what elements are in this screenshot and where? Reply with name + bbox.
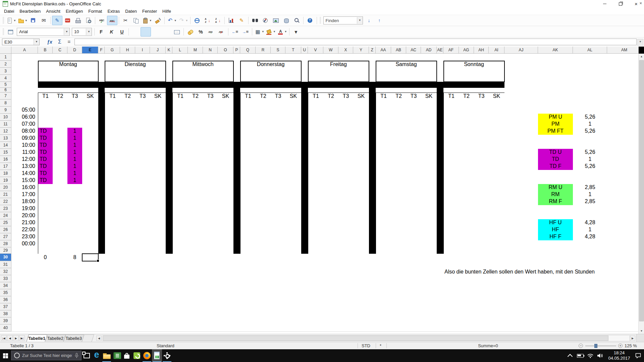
col-header-AG[interactable]: AG [459, 47, 474, 54]
function-button[interactable]: = [65, 38, 73, 46]
cell-R22[interactable] [256, 198, 271, 205]
cell-U25[interactable] [301, 219, 308, 227]
cell-R10[interactable] [256, 114, 271, 121]
cell-AH17[interactable] [474, 163, 489, 170]
cell-AF9[interactable] [443, 107, 459, 114]
cell-AK8[interactable] [538, 100, 573, 107]
cell-Z12[interactable] [369, 128, 376, 135]
cell-E2[interactable] [82, 61, 99, 68]
cell-AI17[interactable] [489, 163, 505, 170]
borders-button[interactable]: ▦▼ [254, 27, 265, 37]
cell-M18[interactable] [188, 170, 203, 177]
cell-AM27[interactable] [607, 233, 638, 241]
align-justified-button[interactable] [161, 27, 172, 37]
cell-U22[interactable] [301, 198, 308, 205]
cell-C32[interactable] [53, 268, 68, 276]
cell-I15[interactable] [135, 149, 150, 156]
cell-J22[interactable] [150, 198, 166, 205]
col-header-AA[interactable]: AA [376, 47, 391, 54]
cell-AG9[interactable] [459, 107, 474, 114]
cell-A33[interactable] [11, 275, 38, 283]
cell-E29[interactable] [82, 247, 99, 254]
cell-M22[interactable] [188, 198, 203, 205]
cell-N5[interactable] [203, 82, 218, 88]
cell-O33[interactable] [218, 275, 234, 283]
cell-W27[interactable] [323, 233, 339, 241]
cell-Q32[interactable] [240, 268, 256, 276]
cell-AA35[interactable] [376, 289, 391, 297]
cell-AA21[interactable] [376, 191, 391, 198]
cell-P11[interactable] [233, 121, 240, 128]
cell-S18[interactable] [271, 170, 286, 177]
cell-AD29[interactable] [421, 247, 437, 254]
cell-U17[interactable] [301, 163, 308, 170]
formula-input[interactable] [74, 39, 637, 45]
cell-J13[interactable] [150, 135, 166, 142]
row-header-21[interactable]: 21 [0, 191, 11, 198]
cell-O20[interactable] [218, 184, 234, 191]
cell-AH9[interactable] [474, 107, 489, 114]
cell-AF8[interactable] [443, 100, 459, 107]
cell-V17[interactable] [308, 163, 324, 170]
cell-Q29[interactable] [240, 247, 256, 254]
cell-M17[interactable] [188, 163, 203, 170]
cell-R27[interactable] [256, 233, 271, 241]
background-color-dropdown-icon[interactable]: ▼ [273, 30, 276, 33]
cell-W20[interactable] [323, 184, 339, 191]
cell-V4[interactable] [308, 75, 324, 82]
cell-A28[interactable]: 00:00 [11, 240, 38, 248]
menu-hilfe[interactable]: Hilfe [160, 8, 174, 14]
cell-B30[interactable]: 0 [38, 254, 53, 261]
align-right-button[interactable] [151, 27, 161, 37]
cell-AF26[interactable] [443, 226, 459, 234]
cell-AC19[interactable] [406, 177, 421, 184]
cell-D26[interactable] [67, 226, 83, 234]
cell-AM40[interactable] [607, 324, 638, 332]
cell-T32[interactable] [285, 268, 302, 276]
cell-AI3[interactable] [489, 68, 505, 75]
cell-AF1[interactable] [443, 54, 459, 61]
active-cell-outline[interactable] [82, 253, 99, 261]
cell-AH38[interactable] [474, 310, 489, 318]
cell-O34[interactable] [218, 282, 234, 290]
cell-S20[interactable] [271, 184, 286, 191]
cell-H5[interactable] [120, 82, 136, 88]
cell-M28[interactable] [188, 240, 203, 248]
cell-B36[interactable] [38, 296, 53, 304]
cell-AH12[interactable] [474, 128, 489, 135]
cell-AE33[interactable] [437, 275, 444, 283]
task-view-button[interactable] [82, 349, 92, 362]
cell-AF33[interactable] [443, 275, 459, 283]
cell-F10[interactable] [98, 114, 105, 121]
cell-N25[interactable] [203, 219, 218, 227]
cell-P25[interactable] [233, 219, 240, 227]
cell-AD22[interactable] [421, 198, 437, 205]
cell-AJ13[interactable] [504, 135, 538, 142]
cell-AG13[interactable] [459, 135, 474, 142]
cell-AF20[interactable] [443, 184, 459, 191]
cell-AI40[interactable] [489, 324, 505, 332]
cell-D23[interactable] [67, 205, 83, 213]
cell-C10[interactable] [53, 114, 68, 121]
cell-B31[interactable] [38, 261, 53, 268]
cell-X3[interactable] [338, 68, 354, 75]
cell-M38[interactable] [188, 310, 203, 318]
cell-M31[interactable] [188, 261, 203, 268]
cell-AK7[interactable] [538, 93, 573, 100]
cell-AD40[interactable] [421, 324, 437, 332]
cell-E31[interactable] [82, 261, 99, 268]
cell-A30[interactable] [11, 254, 38, 261]
cell-S11[interactable] [271, 121, 286, 128]
cell-G10[interactable] [105, 114, 120, 121]
cell-N27[interactable] [203, 233, 218, 241]
cell-S17[interactable] [271, 163, 286, 170]
cell-AK12[interactable]: PM FT [538, 128, 573, 135]
cell-AL33[interactable] [573, 275, 607, 283]
cell-AH18[interactable] [474, 170, 489, 177]
cell-C25[interactable] [53, 219, 68, 227]
menu-extras[interactable]: Extras [105, 8, 122, 14]
cell-W17[interactable] [323, 163, 339, 170]
cell-M30[interactable] [188, 254, 203, 261]
cell-V3[interactable] [308, 68, 324, 75]
col-header-N[interactable]: N [203, 47, 218, 54]
